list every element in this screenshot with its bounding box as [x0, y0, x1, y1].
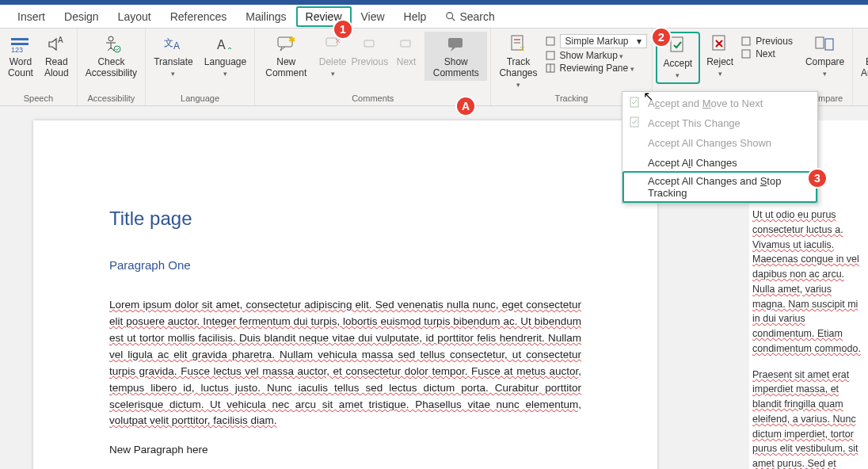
track-changes-button[interactable]: Track Changes	[494, 32, 542, 91]
show-markup-button[interactable]: Show Markup	[544, 49, 649, 62]
prev-comment-button[interactable]: Previous	[352, 32, 388, 70]
callout-badge-3: 3	[807, 168, 828, 189]
svg-rect-33	[825, 39, 833, 50]
next-comment-button[interactable]: Next	[390, 32, 423, 70]
callout-badge-a: A	[455, 96, 476, 116]
group-comments-label: Comments	[352, 92, 394, 105]
accept-label: Accept	[664, 59, 693, 81]
word-count-button[interactable]: 123 Word Count	[3, 32, 38, 81]
show-comments-button[interactable]: Show Comments	[424, 32, 487, 81]
tab-mailings[interactable]: Mailings	[236, 6, 295, 27]
page-title: Title page	[109, 208, 581, 230]
show-comments-label: Show Comments	[429, 57, 482, 79]
show-markup-icon	[546, 50, 557, 61]
svg-text:A: A	[58, 36, 63, 44]
group-language: 文A Translate A Language Language	[146, 29, 255, 105]
markup-text-1: Ut ut odio eu purus consectetur luctus a…	[752, 208, 865, 357]
menu-accept-all-stop[interactable]: Accept All Changes and Stop Tracking	[622, 171, 817, 203]
document-page[interactable]: Title page Paragraph One Lorem ipsum dol…	[33, 120, 657, 469]
svg-rect-22	[546, 37, 554, 45]
prev-change-button[interactable]: Previous	[740, 35, 794, 48]
svg-rect-16	[364, 40, 374, 47]
svg-rect-18	[448, 38, 463, 48]
svg-rect-26	[671, 37, 683, 51]
group-tracking-label: Tracking	[555, 92, 588, 105]
translate-button[interactable]: 文A Translate	[149, 32, 198, 81]
tab-view[interactable]: View	[352, 6, 394, 27]
svg-point-7	[114, 46, 120, 52]
svg-text:A: A	[173, 40, 180, 51]
language-icon: A	[215, 33, 234, 55]
new-comment-button[interactable]: ✱ New Comment	[258, 32, 314, 81]
read-aloud-button[interactable]: A Read Aloud	[40, 32, 74, 81]
reject-button[interactable]: Reject	[702, 32, 738, 81]
reject-icon	[710, 33, 730, 55]
group-language-label: Language	[181, 92, 219, 105]
prev-change-label: Previous	[756, 36, 793, 47]
tab-references[interactable]: References	[161, 6, 237, 27]
menu-accept-this-label: Accept This Change	[648, 117, 740, 129]
next-change-button[interactable]: Next	[740, 48, 794, 60]
compare-label: Compare	[805, 57, 844, 79]
tab-help[interactable]: Help	[394, 6, 436, 27]
markup-mode-icon	[546, 36, 557, 47]
group-protect: Block Authors Restrict Editing Protect	[853, 29, 868, 105]
menu-accept-shown[interactable]: Accept All Changes Shown	[622, 133, 817, 153]
search-label: Search	[459, 10, 494, 23]
group-accessibility: Check Accessibility Accessibility	[78, 29, 146, 105]
group-accessibility-label: Accessibility	[87, 92, 135, 105]
new-comment-label: New Comment	[263, 57, 310, 79]
show-markup-label: Show Markup	[560, 50, 624, 61]
next-change-icon	[741, 48, 752, 59]
check-accessibility-label: Check Accessibility	[86, 57, 137, 79]
accept-this-icon	[629, 116, 641, 129]
svg-rect-2	[11, 38, 29, 40]
menu-accept-this[interactable]: Accept This Change	[622, 113, 817, 133]
markup-mode-value: Simple Markup	[565, 36, 629, 47]
tab-design[interactable]: Design	[55, 6, 108, 27]
svg-rect-3	[11, 43, 29, 45]
svg-rect-30	[742, 37, 750, 45]
compare-button[interactable]: Compare	[801, 32, 849, 81]
next-comment-icon	[398, 33, 414, 55]
track-changes-icon	[508, 33, 528, 55]
new-comment-icon: ✱	[276, 33, 296, 55]
group-speech-label: Speech	[24, 92, 53, 105]
translate-icon: 文A	[163, 33, 184, 55]
reviewing-pane-button[interactable]: Reviewing Pane	[544, 62, 649, 74]
prev-comment-label: Previous	[352, 57, 389, 68]
reviewing-pane-label: Reviewing Pane	[560, 63, 634, 74]
word-count-icon: 123	[10, 33, 32, 55]
svg-rect-31	[742, 50, 750, 58]
search-box[interactable]: Search	[436, 6, 504, 27]
compare-icon	[814, 33, 836, 55]
accessibility-icon	[100, 33, 122, 55]
menu-accept-shown-label: Accept All Changes Shown	[648, 137, 771, 149]
markup-text-2: Praesent sit amet erat imperdiet massa, …	[752, 368, 865, 470]
show-comments-icon	[446, 33, 466, 55]
accept-move-icon	[629, 97, 641, 109]
svg-text:文: 文	[164, 37, 173, 48]
svg-rect-23	[546, 51, 554, 59]
track-changes-label: Track Changes	[499, 57, 537, 90]
language-button[interactable]: A Language	[200, 32, 251, 81]
delete-comment-label: Delete	[319, 57, 347, 79]
block-authors-button[interactable]: Block Authors	[856, 32, 868, 91]
svg-text:✱: ✱	[288, 35, 295, 44]
word-count-label: Word Count	[8, 57, 33, 79]
menu-accept-all[interactable]: Accept All Changes	[622, 153, 817, 173]
tab-layout[interactable]: Layout	[108, 6, 161, 27]
check-accessibility-button[interactable]: Check Accessibility	[81, 32, 142, 81]
block-authors-label: Block Authors	[861, 57, 868, 90]
group-comments: ✱ New Comment Delete Previous	[255, 29, 491, 105]
reject-label: Reject	[706, 57, 733, 79]
translate-label: Translate	[154, 57, 193, 79]
callout-badge-1: 1	[333, 19, 353, 40]
group-speech: 123 Word Count A Read Aloud Speech	[0, 29, 78, 105]
ribbon-tabs: Insert Design Layout References Mailings…	[0, 5, 868, 29]
read-aloud-label: Read Aloud	[44, 57, 69, 79]
markup-mode-select[interactable]: Simple Markup▾	[544, 33, 649, 49]
tab-insert[interactable]: Insert	[8, 6, 55, 27]
svg-rect-32	[816, 37, 824, 48]
prev-change-icon	[741, 36, 752, 47]
